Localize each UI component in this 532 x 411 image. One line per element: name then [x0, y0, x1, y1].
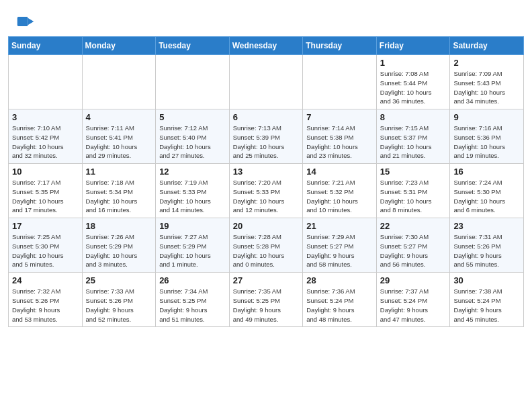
day-cell: 15Sunrise: 7:23 AM Sunset: 5:31 PM Dayli… — [376, 164, 450, 218]
day-cell: 2Sunrise: 7:09 AM Sunset: 5:43 PM Daylig… — [450, 55, 524, 109]
day-number: 22 — [380, 221, 447, 231]
week-row-4: 17Sunrise: 7:25 AM Sunset: 5:30 PM Dayli… — [9, 218, 524, 273]
day-number: 15 — [380, 167, 447, 177]
day-cell: 24Sunrise: 7:32 AM Sunset: 5:26 PM Dayli… — [9, 273, 83, 327]
weekday-header-friday: Friday — [376, 37, 450, 55]
day-info: Sunrise: 7:35 AM Sunset: 5:25 PM Dayligh… — [233, 287, 300, 324]
weekday-header-tuesday: Tuesday — [156, 37, 230, 55]
day-cell: 5Sunrise: 7:12 AM Sunset: 5:40 PM Daylig… — [156, 109, 230, 164]
day-number: 24 — [12, 275, 79, 285]
day-info: Sunrise: 7:37 AM Sunset: 5:24 PM Dayligh… — [380, 287, 447, 324]
day-info: Sunrise: 7:36 AM Sunset: 5:24 PM Dayligh… — [306, 287, 373, 324]
day-cell: 26Sunrise: 7:34 AM Sunset: 5:25 PM Dayli… — [156, 273, 230, 327]
day-number: 19 — [159, 221, 226, 231]
day-info: Sunrise: 7:19 AM Sunset: 5:33 PM Dayligh… — [159, 178, 226, 215]
day-cell: 8Sunrise: 7:15 AM Sunset: 5:37 PM Daylig… — [376, 109, 450, 164]
day-cell: 23Sunrise: 7:31 AM Sunset: 5:26 PM Dayli… — [450, 218, 524, 273]
day-info: Sunrise: 7:09 AM Sunset: 5:43 PM Dayligh… — [453, 69, 520, 106]
day-info: Sunrise: 7:34 AM Sunset: 5:25 PM Dayligh… — [159, 287, 226, 324]
day-number: 28 — [306, 275, 373, 285]
day-info: Sunrise: 7:38 AM Sunset: 5:24 PM Dayligh… — [453, 287, 520, 324]
day-number: 4 — [86, 112, 152, 122]
day-number: 20 — [233, 221, 300, 231]
day-cell: 22Sunrise: 7:30 AM Sunset: 5:27 PM Dayli… — [376, 218, 450, 273]
day-cell: 20Sunrise: 7:28 AM Sunset: 5:28 PM Dayli… — [229, 218, 303, 273]
day-cell: 21Sunrise: 7:29 AM Sunset: 5:27 PM Dayli… — [303, 218, 377, 273]
day-info: Sunrise: 7:18 AM Sunset: 5:34 PM Dayligh… — [86, 178, 152, 215]
day-cell: 4Sunrise: 7:11 AM Sunset: 5:41 PM Daylig… — [82, 109, 156, 164]
day-info: Sunrise: 7:15 AM Sunset: 5:37 PM Dayligh… — [380, 124, 447, 161]
day-number: 6 — [233, 112, 300, 122]
week-row-2: 3Sunrise: 7:10 AM Sunset: 5:42 PM Daylig… — [9, 109, 524, 164]
day-info: Sunrise: 7:30 AM Sunset: 5:27 PM Dayligh… — [380, 232, 447, 269]
day-info: Sunrise: 7:33 AM Sunset: 5:26 PM Dayligh… — [86, 287, 152, 324]
day-info: Sunrise: 7:23 AM Sunset: 5:31 PM Dayligh… — [380, 178, 447, 215]
day-cell: 12Sunrise: 7:19 AM Sunset: 5:33 PM Dayli… — [156, 164, 230, 218]
day-cell: 27Sunrise: 7:35 AM Sunset: 5:25 PM Dayli… — [229, 273, 303, 327]
day-cell — [9, 55, 83, 109]
day-info: Sunrise: 7:10 AM Sunset: 5:42 PM Dayligh… — [12, 124, 79, 161]
day-number: 25 — [86, 275, 152, 285]
day-number: 23 — [453, 221, 520, 231]
day-number: 9 — [453, 112, 520, 122]
day-number: 11 — [86, 167, 152, 177]
day-cell: 1Sunrise: 7:08 AM Sunset: 5:44 PM Daylig… — [376, 55, 450, 109]
header — [0, 0, 532, 36]
day-number: 13 — [233, 167, 300, 177]
day-info: Sunrise: 7:27 AM Sunset: 5:29 PM Dayligh… — [159, 232, 226, 269]
svg-rect-0 — [17, 17, 28, 26]
day-cell: 17Sunrise: 7:25 AM Sunset: 5:30 PM Dayli… — [9, 218, 83, 273]
day-number: 17 — [12, 221, 79, 231]
day-info: Sunrise: 7:08 AM Sunset: 5:44 PM Dayligh… — [380, 69, 447, 106]
day-cell: 30Sunrise: 7:38 AM Sunset: 5:24 PM Dayli… — [450, 273, 524, 327]
day-info: Sunrise: 7:12 AM Sunset: 5:40 PM Dayligh… — [159, 124, 226, 161]
day-number: 27 — [233, 275, 300, 285]
week-row-5: 24Sunrise: 7:32 AM Sunset: 5:26 PM Dayli… — [9, 273, 524, 327]
day-number: 14 — [306, 167, 373, 177]
day-cell: 6Sunrise: 7:13 AM Sunset: 5:39 PM Daylig… — [229, 109, 303, 164]
day-number: 2 — [453, 58, 520, 68]
day-info: Sunrise: 7:11 AM Sunset: 5:41 PM Dayligh… — [86, 124, 152, 161]
day-info: Sunrise: 7:32 AM Sunset: 5:26 PM Dayligh… — [12, 287, 79, 324]
week-row-1: 1Sunrise: 7:08 AM Sunset: 5:44 PM Daylig… — [9, 55, 524, 109]
day-cell — [82, 55, 156, 109]
week-row-3: 10Sunrise: 7:17 AM Sunset: 5:35 PM Dayli… — [9, 164, 524, 218]
day-cell — [303, 55, 377, 109]
day-info: Sunrise: 7:28 AM Sunset: 5:28 PM Dayligh… — [233, 232, 300, 269]
calendar-table: SundayMondayTuesdayWednesdayThursdayFrid… — [8, 36, 524, 327]
calendar-body: 1Sunrise: 7:08 AM Sunset: 5:44 PM Daylig… — [9, 55, 524, 327]
weekday-header-saturday: Saturday — [450, 37, 524, 55]
day-number: 16 — [453, 167, 520, 177]
calendar-header: SundayMondayTuesdayWednesdayThursdayFrid… — [9, 37, 524, 55]
weekday-row: SundayMondayTuesdayWednesdayThursdayFrid… — [9, 37, 524, 55]
day-number: 29 — [380, 275, 447, 285]
day-cell: 18Sunrise: 7:26 AM Sunset: 5:29 PM Dayli… — [82, 218, 156, 273]
day-cell: 29Sunrise: 7:37 AM Sunset: 5:24 PM Dayli… — [376, 273, 450, 327]
day-info: Sunrise: 7:31 AM Sunset: 5:26 PM Dayligh… — [453, 232, 520, 269]
day-cell: 10Sunrise: 7:17 AM Sunset: 5:35 PM Dayli… — [9, 164, 83, 218]
day-number: 7 — [306, 112, 373, 122]
svg-marker-1 — [28, 18, 34, 26]
day-cell: 7Sunrise: 7:14 AM Sunset: 5:38 PM Daylig… — [303, 109, 377, 164]
day-number: 3 — [12, 112, 79, 122]
logo — [16, 12, 38, 31]
day-info: Sunrise: 7:16 AM Sunset: 5:36 PM Dayligh… — [453, 124, 520, 161]
day-info: Sunrise: 7:25 AM Sunset: 5:30 PM Dayligh… — [12, 232, 79, 269]
day-cell: 16Sunrise: 7:24 AM Sunset: 5:30 PM Dayli… — [450, 164, 524, 218]
day-cell: 3Sunrise: 7:10 AM Sunset: 5:42 PM Daylig… — [9, 109, 83, 164]
day-number: 21 — [306, 221, 373, 231]
day-info: Sunrise: 7:21 AM Sunset: 5:32 PM Dayligh… — [306, 178, 373, 215]
day-cell: 11Sunrise: 7:18 AM Sunset: 5:34 PM Dayli… — [82, 164, 156, 218]
day-info: Sunrise: 7:14 AM Sunset: 5:38 PM Dayligh… — [306, 124, 373, 161]
weekday-header-wednesday: Wednesday — [229, 37, 303, 55]
day-number: 26 — [159, 275, 226, 285]
day-info: Sunrise: 7:20 AM Sunset: 5:33 PM Dayligh… — [233, 178, 300, 215]
weekday-header-monday: Monday — [82, 37, 156, 55]
day-number: 5 — [159, 112, 226, 122]
day-number: 18 — [86, 221, 152, 231]
day-cell: 14Sunrise: 7:21 AM Sunset: 5:32 PM Dayli… — [303, 164, 377, 218]
weekday-header-sunday: Sunday — [9, 37, 83, 55]
day-number: 1 — [380, 58, 447, 68]
day-info: Sunrise: 7:17 AM Sunset: 5:35 PM Dayligh… — [12, 178, 79, 215]
day-number: 12 — [159, 167, 226, 177]
